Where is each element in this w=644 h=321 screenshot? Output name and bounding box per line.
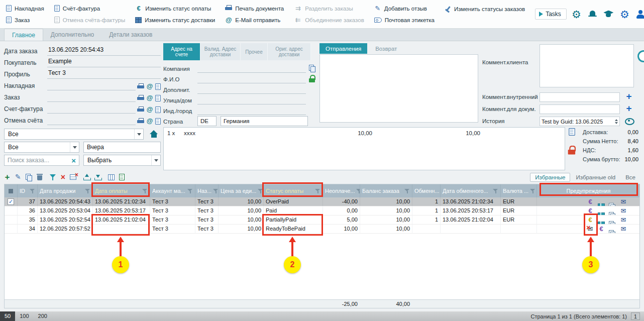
print-icon[interactable] [137, 106, 144, 113]
mail-icon[interactable]: ✉ [618, 216, 629, 224]
document-icon[interactable] [155, 118, 161, 125]
filter-icon[interactable] [213, 188, 219, 194]
filter-icon[interactable] [404, 188, 410, 194]
export-icon[interactable] [94, 174, 101, 180]
add-feedback-button[interactable]: Добавить отзыв [374, 5, 435, 13]
filter-icon[interactable] [50, 174, 56, 180]
table-row[interactable]: 3513.06.2025 20:52:5413.06.2025 21:02:04… [5, 216, 639, 225]
invoice-button[interactable]: Счёт-фактура [54, 5, 126, 13]
invoice-cancel-input[interactable] [47, 116, 136, 125]
column-chooser-icon[interactable] [108, 174, 115, 180]
email-icon[interactable] [146, 94, 153, 101]
add-doc-comment-button[interactable]: + [625, 103, 633, 113]
filter-icon[interactable] [356, 188, 360, 194]
filter-icon[interactable] [187, 188, 193, 194]
column-header-sale_date[interactable]: Дата продажи [38, 184, 93, 197]
column-header-sel[interactable] [5, 184, 18, 197]
country-code-input[interactable]: DE [197, 116, 217, 126]
filter-select-secondary[interactable]: Все [4, 142, 79, 153]
column-header-warnings[interactable]: Предупреждения [537, 184, 639, 197]
column-header-id[interactable]: ID [18, 184, 38, 197]
import-icon[interactable] [83, 174, 90, 180]
filter-icon[interactable] [315, 188, 320, 194]
filter-select-choose[interactable]: Выбрать [83, 155, 161, 166]
table-row[interactable]: 3613.06.2025 20:53:0413.06.2025 20:53:17… [5, 206, 639, 216]
print-icon[interactable] [137, 118, 144, 125]
view-favorites-old[interactable]: Избранные old [571, 173, 620, 181]
column-header-exchange_date[interactable]: Дата обменного... [441, 184, 501, 197]
filter-icon[interactable] [85, 188, 90, 194]
shipments-list[interactable] [319, 54, 478, 123]
order-number-input[interactable] [47, 92, 136, 102]
row-checkbox[interactable]: ✓ [8, 198, 14, 205]
country-name-input[interactable]: Германия [221, 116, 308, 126]
print-icon[interactable] [137, 95, 144, 101]
excel-export-icon[interactable] [119, 174, 125, 180]
page-size-50[interactable]: 50 [0, 311, 15, 321]
euro-warning-icon[interactable]: € [585, 206, 596, 215]
eye-icon[interactable] [625, 118, 633, 124]
tab-other[interactable]: Прочее [241, 43, 268, 60]
buyer-value[interactable]: Example [47, 58, 161, 67]
cancel-invoice-button[interactable]: Отмена счёта-фактуры [54, 16, 126, 24]
document-icon[interactable] [155, 95, 161, 101]
tab-main[interactable]: Главное [4, 29, 43, 41]
settings-gear-icon[interactable] [570, 8, 583, 21]
column-header-pay_status[interactable]: Статус оплаты [264, 184, 323, 197]
mail-icon[interactable]: ✉ [618, 197, 629, 206]
email-icon[interactable] [146, 106, 153, 113]
lock-icon[interactable] [309, 75, 315, 82]
order-date-value[interactable]: 13.06.2025 20:54:43 [47, 46, 161, 56]
clear-filter-icon[interactable] [61, 173, 65, 181]
euro-warning-icon[interactable]: € [585, 197, 596, 206]
tab-returns[interactable]: Возврат [369, 43, 403, 54]
education-cap-icon[interactable] [602, 8, 615, 21]
street-input[interactable] [197, 95, 306, 104]
tab-additional[interactable]: Дополнительно [43, 29, 101, 41]
filter-icon[interactable] [30, 188, 35, 194]
email-icon[interactable] [146, 83, 153, 90]
change-payment-status-button[interactable]: Изменить статус оплаты [135, 5, 215, 13]
spinner-buttons[interactable] [614, 119, 618, 124]
view-favorites[interactable]: Избранные [530, 173, 570, 182]
doc-comment-input[interactable] [540, 104, 620, 114]
tab-shipments[interactable]: Отправления [319, 43, 367, 54]
column-header-exchange[interactable]: Обменн... [412, 184, 441, 197]
send-email-button[interactable]: E-Mail отправить [225, 16, 284, 24]
column-header-unpaid[interactable]: Неоплаче... [323, 184, 360, 197]
zip-city-input[interactable] [197, 106, 306, 115]
column-header-pay_date[interactable]: Дата оплаты [93, 184, 150, 197]
edit-row-icon[interactable] [15, 173, 21, 181]
tab-order-details[interactable]: Детали заказов [101, 29, 160, 41]
table-row[interactable]: ✓3713.06.2025 20:54:4313.06.2025 21:02:3… [5, 197, 639, 206]
notifications-bell-icon[interactable] [586, 8, 599, 21]
search-input[interactable]: Поиск заказа... [4, 155, 79, 166]
delete-row-icon[interactable] [37, 174, 43, 180]
profile-value[interactable]: Тест 3 [47, 69, 161, 79]
tab-valid-shipping-address[interactable]: Валид. Адрес доставки [200, 43, 241, 60]
filter-select-all[interactable]: Все [4, 129, 144, 140]
column-header-name[interactable]: Наз... [195, 184, 219, 197]
current-page[interactable]: 1 [631, 312, 640, 320]
email-icon[interactable] [146, 118, 153, 125]
delivery-note-button[interactable]: Накладная [6, 5, 44, 13]
fullname-input[interactable] [197, 74, 306, 83]
delete-table-icon[interactable] [70, 174, 76, 180]
tab-original-shipping-address[interactable]: Ориг. адрес доставки [268, 43, 311, 60]
column-header-currency[interactable]: Валюта ... [501, 184, 537, 197]
document-icon[interactable] [155, 106, 161, 113]
filter-icon[interactable] [493, 188, 498, 194]
order-button[interactable]: Заказ [6, 16, 44, 24]
home-icon[interactable] [150, 130, 158, 138]
clear-search-icon[interactable] [71, 157, 76, 164]
company-input[interactable] [197, 64, 306, 73]
select-all-icon[interactable] [9, 189, 13, 193]
column-header-unit_price[interactable]: Цена за еди... [219, 184, 264, 197]
copy-row-icon[interactable] [26, 174, 32, 181]
table-row[interactable]: 3412.06.2025 20:57:52Тест 3Тест 310,00Re… [5, 225, 639, 234]
add-internal-comment-button[interactable]: + [625, 91, 633, 101]
page-size-200[interactable]: 200 [34, 311, 52, 321]
change-delivery-status-button[interactable]: Изменить статус доставки [135, 16, 215, 24]
tasks-button[interactable]: Tasks [535, 9, 567, 20]
euro-warning-icon[interactable]: € [596, 225, 607, 233]
